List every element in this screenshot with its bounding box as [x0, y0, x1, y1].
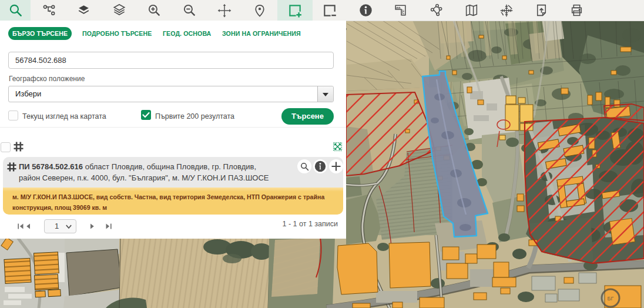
svg-text:БГ: БГ: [608, 296, 614, 302]
